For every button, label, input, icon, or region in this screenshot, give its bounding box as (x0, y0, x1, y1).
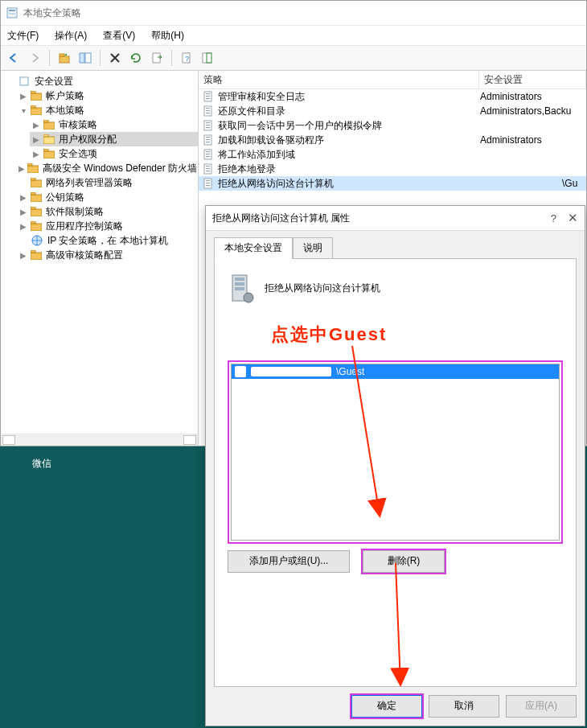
users-listbox-highlight: \Guest (228, 360, 563, 544)
export-button[interactable] (147, 48, 166, 68)
folder-icon (31, 192, 42, 202)
refresh-button[interactable] (126, 48, 146, 68)
add-user-button[interactable]: 添加用户或组(U)... (228, 550, 350, 573)
menubar: 文件(F) 操作(A) 查看(V) 帮助(H) (1, 26, 586, 46)
policy-row[interactable]: 获取同一会话中另一个用户的模拟令牌 (199, 118, 586, 133)
delete-button[interactable]: 删除(R) (363, 550, 445, 573)
globe-icon (31, 234, 43, 247)
taskbar-item-wechat[interactable]: 微信 (32, 457, 51, 471)
folder-icon (31, 105, 42, 115)
svg-rect-25 (31, 180, 42, 187)
menu-file[interactable]: 文件(F) (4, 27, 42, 44)
svg-rect-14 (31, 91, 35, 93)
col-policy[interactable]: 策略 (199, 71, 479, 88)
svg-rect-67 (235, 287, 244, 290)
folder-icon (31, 91, 42, 101)
users-listbox[interactable]: \Guest (231, 364, 560, 541)
tree-account-policy[interactable]: ▶帐户策略 (17, 88, 198, 103)
tree-advaudit[interactable]: ▶高级审核策略配置 (17, 248, 198, 262)
tree-root[interactable]: ▶ 安全设置 (4, 74, 198, 88)
policy-row[interactable]: 还原文件和目录Administrators,Backu (199, 104, 586, 118)
menu-action[interactable]: 操作(A) (51, 27, 90, 44)
svg-rect-27 (31, 195, 42, 202)
menu-view[interactable]: 查看(V) (100, 27, 138, 44)
delete-button[interactable] (105, 48, 125, 68)
policy-icon (202, 119, 215, 132)
back-button[interactable] (4, 48, 23, 68)
folder-open-icon (43, 134, 55, 144)
tree-softrestrict[interactable]: ▶软件限制策略 (17, 204, 198, 219)
tree-netlistmgr[interactable]: ▶网络列表管理器策略 (17, 175, 198, 190)
list-item-guest[interactable]: \Guest (232, 364, 559, 379)
dialog-button-row: 确定 取消 应用(A) (206, 687, 585, 726)
svg-rect-31 (31, 224, 42, 231)
policy-name: 拒绝从网络访问这台计算机 (265, 282, 380, 295)
policy-header: 拒绝从网络访问这台计算机 (228, 272, 563, 304)
svg-rect-32 (31, 221, 35, 224)
up-button[interactable] (55, 48, 74, 68)
svg-rect-65 (235, 278, 244, 281)
svg-rect-29 (31, 209, 42, 216)
svg-rect-51 (206, 142, 210, 142)
tab-strip: 本地安全设置 说明 (214, 237, 577, 259)
tree-local-policy[interactable]: ▾本地策略 (17, 103, 198, 117)
policy-setting: Administrators (475, 134, 586, 146)
folder-icon (43, 149, 55, 158)
svg-rect-46 (206, 125, 210, 125)
policy-row[interactable]: 将工作站添加到域 (199, 147, 586, 162)
security-root-icon (18, 75, 31, 88)
svg-rect-59 (206, 171, 210, 171)
policy-row-selected[interactable]: 拒绝从网络访问这台计算机\Gu (199, 176, 586, 191)
show-hide-tree-button[interactable] (76, 48, 95, 68)
close-icon[interactable]: ✕ (568, 211, 578, 225)
svg-rect-19 (43, 137, 55, 144)
tab-local-security[interactable]: 本地安全设置 (214, 237, 293, 259)
tree-horizontal-scrollbar[interactable] (1, 434, 198, 446)
tree-area[interactable]: ▶ 安全设置 ▶帐户策略 ▾本地策略 ▶审核策略 (1, 71, 198, 434)
help-button[interactable]: ? (177, 48, 196, 68)
col-setting[interactable]: 安全设置 (479, 71, 586, 88)
svg-rect-28 (31, 192, 35, 195)
tree-ippolicy[interactable]: ▶IP 安全策略，在 本地计算机 (17, 233, 198, 248)
tree-user-rights[interactable]: ▶用户权限分配 (30, 132, 198, 146)
svg-rect-11 (207, 53, 211, 63)
help-icon[interactable]: ? (551, 212, 556, 224)
svg-rect-26 (31, 178, 35, 180)
svg-rect-4 (60, 54, 64, 56)
policy-icon (202, 148, 215, 161)
apply-button[interactable]: 应用(A) (506, 695, 577, 718)
forward-button[interactable] (25, 48, 44, 68)
tab-description[interactable]: 说明 (293, 237, 333, 259)
svg-rect-50 (206, 139, 210, 140)
tree-audit-policy[interactable]: ▶审核策略 (30, 117, 198, 132)
tree-appcontrol[interactable]: ▶应用程序控制策略 (17, 219, 198, 233)
tree-defender[interactable]: ▶高级安全 Windows Defender 防火墙 (17, 161, 198, 175)
policy-row[interactable]: 管理审核和安全日志Administrators (199, 89, 586, 104)
policy-row[interactable]: 拒绝本地登录 (199, 162, 586, 176)
tree-security-options[interactable]: ▶安全选项 (30, 146, 198, 161)
folder-icon (43, 120, 55, 130)
svg-rect-53 (206, 151, 210, 152)
ok-button[interactable]: 确定 (351, 695, 422, 718)
redacted (251, 367, 331, 376)
svg-rect-62 (206, 183, 210, 183)
tree-publickey[interactable]: ▶公钥策略 (17, 190, 198, 204)
menu-help[interactable]: 帮助(H) (148, 27, 187, 44)
properties-button[interactable] (198, 48, 217, 68)
folder-icon (27, 163, 39, 173)
svg-rect-58 (206, 168, 210, 169)
svg-rect-5 (80, 53, 84, 63)
policy-row[interactable]: 加载和卸载设备驱动程序Administrators (199, 133, 586, 147)
svg-rect-1 (9, 10, 15, 11)
toolbar-separator (49, 50, 50, 66)
list-header: 策略 安全设置 (199, 71, 586, 89)
folder-icon (31, 250, 42, 260)
svg-rect-6 (85, 53, 91, 63)
folder-icon (31, 221, 42, 231)
annotation-text: 点选中Guest (271, 323, 387, 347)
user-icon (235, 366, 246, 377)
svg-rect-7 (153, 53, 160, 63)
cancel-button[interactable]: 取消 (429, 695, 499, 718)
svg-rect-39 (206, 98, 210, 99)
svg-rect-22 (43, 149, 48, 151)
